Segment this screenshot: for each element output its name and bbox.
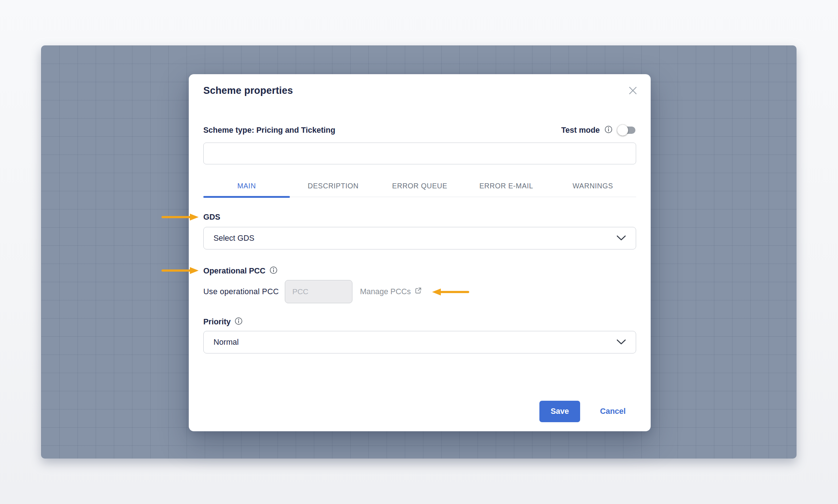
priority-select[interactable]: Normal bbox=[203, 331, 636, 353]
tab-description-label: DESCRIPTION bbox=[308, 182, 359, 190]
tab-description[interactable]: DESCRIPTION bbox=[290, 175, 376, 197]
priority-label: Priority bbox=[203, 317, 231, 327]
gds-select-value: Select GDS bbox=[214, 234, 254, 243]
use-operational-pcc-row: Use operational PCC Manage PCCs bbox=[203, 280, 422, 303]
tab-error-queue-label: ERROR QUEUE bbox=[392, 182, 447, 190]
tab-error-email-label: ERROR E-MAIL bbox=[479, 182, 533, 190]
tab-error-queue[interactable]: ERROR QUEUE bbox=[376, 175, 463, 197]
scheme-name-input[interactable] bbox=[203, 143, 636, 164]
manage-pccs-link[interactable]: Manage PCCs bbox=[360, 287, 422, 297]
manage-pccs-label: Manage PCCs bbox=[360, 287, 411, 296]
tab-warnings-label: WARNINGS bbox=[572, 182, 613, 190]
gds-label-row: GDS bbox=[203, 212, 220, 223]
arrow-left-icon bbox=[431, 288, 469, 296]
tab-error-email[interactable]: ERROR E-MAIL bbox=[463, 175, 550, 197]
operational-pcc-label: Operational PCC bbox=[203, 267, 266, 276]
tab-main-label: MAIN bbox=[237, 182, 256, 190]
cancel-button[interactable]: Cancel bbox=[591, 401, 635, 422]
info-icon[interactable] bbox=[270, 266, 278, 276]
priority-label-row: Priority bbox=[203, 316, 243, 327]
test-mode-label: Test mode bbox=[561, 126, 600, 135]
modal-title: Scheme properties bbox=[203, 85, 293, 96]
tab-warnings[interactable]: WARNINGS bbox=[550, 175, 636, 197]
test-mode-toggle[interactable] bbox=[617, 125, 636, 136]
close-button[interactable] bbox=[627, 86, 638, 97]
scheme-type-row: Scheme type: Pricing and Ticketing Test … bbox=[203, 124, 636, 137]
gds-select[interactable]: Select GDS bbox=[203, 227, 636, 249]
save-button[interactable]: Save bbox=[539, 401, 580, 422]
priority-select-value: Normal bbox=[214, 338, 239, 347]
chevron-down-icon bbox=[616, 338, 626, 347]
operational-pcc-label-row: Operational PCC bbox=[203, 265, 278, 276]
gds-label: GDS bbox=[203, 213, 220, 222]
active-tab-underline bbox=[203, 196, 290, 198]
arrow-right-icon bbox=[161, 213, 199, 221]
close-icon bbox=[628, 85, 638, 97]
arrow-right-icon bbox=[161, 267, 199, 275]
info-icon[interactable] bbox=[235, 317, 243, 327]
toggle-thumb bbox=[617, 125, 628, 136]
test-mode-group: Test mode bbox=[561, 125, 636, 136]
scheme-type-label: Scheme type: Pricing and Ticketing bbox=[203, 126, 335, 135]
info-icon[interactable] bbox=[604, 125, 612, 135]
scheme-properties-modal: Scheme properties Scheme type: Pricing a… bbox=[189, 74, 651, 431]
tab-main[interactable]: MAIN bbox=[203, 175, 290, 197]
tab-bar: MAIN DESCRIPTION ERROR QUEUE ERROR E-MAI… bbox=[203, 175, 636, 197]
use-operational-pcc-label: Use operational PCC bbox=[203, 287, 279, 296]
pcc-input[interactable] bbox=[285, 280, 352, 303]
chevron-down-icon bbox=[616, 234, 626, 243]
external-link-icon bbox=[414, 287, 422, 297]
